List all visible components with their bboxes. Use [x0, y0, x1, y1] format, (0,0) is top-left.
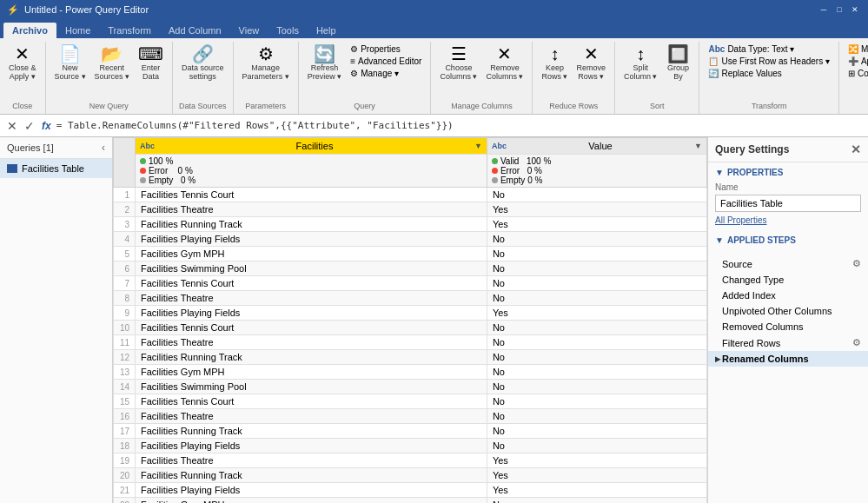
combine-files-icon: ⊞	[848, 69, 855, 78]
row-col2: Yes	[487, 202, 706, 217]
properties-button[interactable]: ⚙ Properties	[347, 43, 425, 55]
step-name: Source	[722, 259, 752, 269]
recent-sources-button[interactable]: 📂 RecentSources ▾	[91, 43, 134, 83]
remove-columns-icon: ✕	[497, 45, 512, 63]
row-col1: Facilities Running Track	[136, 468, 487, 483]
transform-group-label: Transform	[705, 102, 832, 112]
choose-columns-label: ChooseColumns ▾	[440, 63, 477, 81]
data-grid-container[interactable]: Abc Facilities ▼ 100 % Error 0 % Empty 0…	[113, 137, 707, 503]
tab-archivo[interactable]: Archivo	[3, 23, 56, 38]
use-first-row-button[interactable]: 📋 Use First Row as Headers ▾	[705, 56, 832, 67]
applied-step-item[interactable]: Renamed Columns	[708, 351, 868, 367]
choose-columns-button[interactable]: ☰ ChooseColumns ▾	[436, 43, 480, 83]
new-source-button[interactable]: 📄 NewSource ▾	[51, 43, 89, 83]
close-apply-button[interactable]: ✕ Close &Apply ▾	[5, 43, 40, 83]
settings-header: Query Settings ✕	[708, 137, 868, 162]
tab-transform[interactable]: Transform	[99, 23, 160, 38]
all-properties-link[interactable]: All Properties	[715, 215, 861, 225]
col-facilities-header[interactable]: Abc Facilities ▼ 100 % Error 0 % Empty 0…	[136, 138, 487, 188]
manage-parameters-button[interactable]: ⚙ ManageParameters ▾	[239, 43, 293, 83]
ribbon-group-combine: 🔀 Merge Queries ▾ ➕ Append Queries ▾ ⊞ C…	[839, 42, 868, 114]
step-gear-icon[interactable]: ⚙	[852, 258, 861, 269]
sort-group-label: Sort	[620, 102, 694, 112]
formula-cancel-button[interactable]: ✕	[5, 117, 19, 135]
combine-files-button[interactable]: ⊞ Combine Files ▾	[845, 68, 868, 79]
col-value-filter-icon[interactable]: ▼	[694, 142, 702, 150]
formula-confirm-button[interactable]: ✓	[23, 117, 36, 135]
value-empty-label: Empty	[500, 175, 525, 185]
enter-data-icon: ⌨	[138, 45, 163, 63]
formula-icons: ✕ ✓ fx	[5, 117, 53, 135]
data-area: Abc Facilities ▼ 100 % Error 0 % Empty 0…	[113, 137, 707, 503]
row-col1: Facilities Playing Fields	[136, 232, 487, 247]
replace-values-button[interactable]: 🔄 Replace Values	[705, 68, 832, 79]
replace-values-label: Replace Values	[721, 69, 781, 78]
ribbon: ✕ Close &Apply ▾ Close 📄 NewSource ▾ 📂 R…	[0, 38, 868, 115]
remove-columns-button[interactable]: ✕ RemoveColumns ▾	[482, 43, 527, 83]
applied-step-item[interactable]: Removed Columns	[708, 319, 868, 334]
row-col1: Facilities Playing Fields	[136, 483, 487, 498]
applied-step-item[interactable]: Unpivoted Other Columns	[708, 303, 868, 319]
title-bar: ⚡ Untitled - Power Query Editor ─ □ ✕	[0, 0, 868, 19]
applied-steps-chevron-icon: ▼	[715, 235, 724, 245]
close-group-label: Close	[5, 102, 40, 112]
table-row: 17 Facilities Running Track No	[114, 424, 707, 439]
tab-tools[interactable]: Tools	[268, 23, 308, 38]
settings-close-button[interactable]: ✕	[851, 142, 861, 156]
row-col1: Facilities Running Track	[136, 424, 487, 439]
table-row: 15 Facilities Tennis Court No	[114, 394, 707, 409]
facilities-empty-dot	[140, 177, 146, 183]
row-number: 8	[114, 291, 136, 306]
minimize-button[interactable]: ─	[818, 3, 830, 16]
data-source-settings-button[interactable]: 🔗 Data sourcesettings	[178, 43, 228, 83]
remove-rows-button[interactable]: ✕ RemoveRows ▾	[573, 43, 609, 83]
applied-step-item[interactable]: Changed Type	[708, 272, 868, 288]
settings-title: Query Settings	[715, 143, 789, 156]
tab-view[interactable]: View	[230, 23, 268, 38]
use-first-row-icon: 📋	[708, 56, 719, 66]
group-by-button[interactable]: 🔲 GroupBy	[662, 43, 693, 83]
data-type-button[interactable]: Abc Data Type: Text ▾	[705, 43, 832, 55]
queries-collapse-button[interactable]: ‹	[102, 142, 105, 154]
facilities-empty-val: 0 %	[181, 175, 195, 185]
tab-home[interactable]: Home	[56, 23, 99, 38]
merge-queries-button[interactable]: 🔀 Merge Queries ▾	[845, 43, 868, 55]
row-num-header	[114, 138, 136, 188]
applied-step-item[interactable]: Filtered Rows ⚙	[708, 334, 868, 351]
split-column-button[interactable]: ↕ SplitColumn ▾	[620, 43, 661, 83]
formula-bar: ✕ ✓ fx	[0, 115, 868, 137]
applied-step-item[interactable]: Source ⚙	[708, 255, 868, 272]
table-row: 22 Facilities Gym MPH No	[114, 498, 707, 504]
maximize-button[interactable]: □	[833, 3, 845, 16]
ribbon-group-transform: Abc Data Type: Text ▾ 📋 Use First Row as…	[699, 42, 838, 114]
step-gear-icon[interactable]: ⚙	[852, 337, 861, 348]
query-item-facilities-table[interactable]: Facilities Table	[0, 159, 112, 178]
data-grid: Abc Facilities ▼ 100 % Error 0 % Empty 0…	[113, 137, 707, 503]
col-value-header[interactable]: Abc Value ▼ Valid 100 % Error 0 % Empty0…	[487, 138, 706, 188]
close-button[interactable]: ✕	[849, 3, 861, 16]
split-column-label: SplitColumn ▾	[624, 63, 658, 81]
app-icon: ⚡	[7, 4, 19, 16]
row-col1: Facilities Tennis Court	[136, 188, 487, 202]
tab-add-column[interactable]: Add Column	[160, 23, 230, 38]
ribbon-group-sort: ↕ SplitColumn ▾ 🔲 GroupBy Sort	[615, 42, 700, 114]
append-queries-button[interactable]: ➕ Append Queries ▾	[845, 56, 868, 67]
refresh-preview-button[interactable]: 🔄 RefreshPreview ▾	[304, 43, 346, 83]
enter-data-button[interactable]: ⌨ EnterData	[135, 43, 167, 83]
manage-label: Manage ▾	[361, 69, 399, 78]
row-number: 15	[114, 394, 136, 409]
manage-button[interactable]: ⚙ Manage ▾	[347, 68, 425, 79]
keep-rows-button[interactable]: ↕ KeepRows ▾	[538, 43, 571, 83]
formula-input[interactable]	[56, 120, 863, 131]
row-number: 12	[114, 350, 136, 365]
enter-data-label: EnterData	[142, 63, 161, 81]
table-row: 12 Facilities Running Track No	[114, 350, 707, 365]
name-input[interactable]	[715, 195, 861, 212]
combine-files-label: Combine Files ▾	[858, 69, 868, 78]
col-facilities-filter-icon[interactable]: ▼	[474, 142, 482, 150]
advanced-editor-button[interactable]: ≡ Advanced Editor	[347, 56, 425, 67]
applied-step-item[interactable]: Added Index	[708, 288, 868, 303]
query-small-buttons: ⚙ Properties ≡ Advanced Editor ⚙ Manage …	[347, 43, 425, 79]
tab-help[interactable]: Help	[308, 23, 345, 38]
data-type-label: Data Type: Text ▾	[727, 44, 794, 54]
